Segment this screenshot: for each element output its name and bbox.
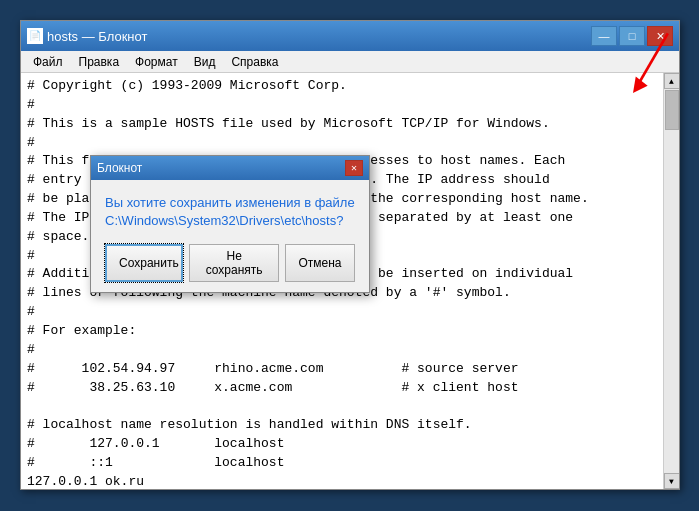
menu-bar: Файл Правка Формат Вид Справка [21,51,679,73]
dialog-buttons: Сохранить Не сохранять Отмена [105,244,355,282]
cancel-button[interactable]: Отмена [285,244,355,282]
maximize-button[interactable]: □ [619,26,645,46]
scrollbar-down-button[interactable]: ▼ [664,473,680,489]
title-bar-left: 📄 hosts — Блокнот [27,28,147,44]
save-dialog: Блокнот ✕ Вы хотите сохранить изменения … [90,155,370,293]
dialog-title-text: Блокнот [97,161,142,175]
menu-format[interactable]: Формат [127,53,186,71]
scrollbar-thumb[interactable] [665,90,679,130]
notepad-icon: 📄 [27,28,43,44]
menu-edit[interactable]: Правка [71,53,128,71]
dialog-message: Вы хотите сохранить изменения в файле C:… [105,194,355,230]
dialog-body: Вы хотите сохранить изменения в файле C:… [91,180,369,292]
scrollbar[interactable]: ▲ ▼ [663,73,679,489]
dialog-title-bar: Блокнот ✕ [91,156,369,180]
dont-save-button[interactable]: Не сохранять [189,244,279,282]
save-button[interactable]: Сохранить [105,244,183,282]
title-buttons: — □ ✕ [591,26,673,46]
dialog-close-button[interactable]: ✕ [345,160,363,176]
scrollbar-track[interactable] [664,89,680,473]
menu-view[interactable]: Вид [186,53,224,71]
window-title: hosts — Блокнот [47,29,147,44]
scrollbar-up-button[interactable]: ▲ [664,73,680,89]
menu-file[interactable]: Файл [25,53,71,71]
title-bar: 📄 hosts — Блокнот — □ ✕ [21,21,679,51]
close-button[interactable]: ✕ [647,26,673,46]
menu-help[interactable]: Справка [223,53,286,71]
minimize-button[interactable]: — [591,26,617,46]
